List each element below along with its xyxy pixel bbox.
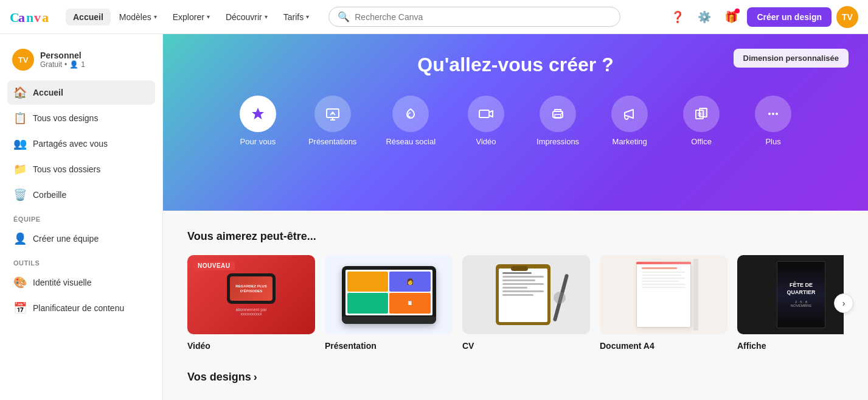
cards-row: NOUVEAU REGARDEZ PLUSD'ÉPISODES abonneme… — [187, 255, 844, 351]
hero-item-pour-vous[interactable]: Pour vous — [237, 96, 279, 146]
reseau-icon — [392, 96, 429, 132]
impressions-icon — [540, 96, 576, 132]
brand-icon: 🎨 — [13, 276, 27, 289]
sidebar: TV Personnel Gratuit • 👤 1 🏠 Accueil 📋 T… — [0, 34, 163, 400]
sidebar-item-designs[interactable]: 📋 Tous vos designs — [7, 106, 155, 130]
app-layout: TV Personnel Gratuit • 👤 1 🏠 Accueil 📋 T… — [0, 34, 868, 400]
impressions-label: Impressions — [536, 137, 579, 146]
svg-rect-15 — [700, 108, 707, 117]
sidebar-item-planner[interactable]: 📅 Planificateur de contenu — [7, 296, 155, 320]
reseau-label: Réseau social — [386, 137, 436, 146]
user-name: Personnel — [40, 51, 85, 60]
card-video-label: Vidéo — [187, 341, 210, 351]
sidebar-label-folders: Tous vos dossiers — [33, 164, 100, 174]
sidebar-item-trash[interactable]: 🗑️ Corbeille — [7, 183, 155, 207]
header-actions: ❓ ⚙️ 🎁 Créer un design TV — [667, 6, 858, 28]
card-video[interactable]: NOUVEAU REGARDEZ PLUSD'ÉPISODES abonneme… — [187, 255, 315, 351]
marketing-icon — [611, 96, 648, 132]
nav-accueil[interactable]: Accueil — [66, 9, 111, 26]
hero-item-presentations[interactable]: Présentations — [308, 96, 357, 146]
gift-notification-dot — [735, 9, 740, 13]
sidebar-item-brand[interactable]: 🎨 Identité visuelle — [7, 270, 155, 295]
hero-item-office[interactable]: Office — [680, 96, 723, 146]
hero-item-reseau[interactable]: Réseau social — [386, 96, 436, 146]
card-presentation-thumb: 👩 📋 — [325, 255, 453, 334]
plus-label: Plus — [765, 137, 780, 146]
help-button[interactable]: ❓ — [667, 6, 689, 28]
designs-icon: 📋 — [13, 111, 27, 125]
svg-point-19 — [772, 113, 774, 115]
card-affiche-thumb: FÊTE DEQUARTIER 2 · 5 · 8NOVEMBRE — [737, 255, 844, 334]
sidebar-item-shared[interactable]: 👥 Partagés avec vous — [7, 132, 155, 156]
sidebar-label-trash: Corbeille — [33, 190, 66, 200]
scroll-right-arrow[interactable]: › — [834, 293, 853, 313]
pour-vous-label: Pour vous — [240, 137, 276, 146]
svg-text:v: v — [34, 10, 41, 25]
svg-text:a: a — [42, 10, 49, 25]
sidebar-label-designs: Tous vos designs — [33, 113, 98, 123]
sidebar-label-shared: Partagés avec vous — [33, 139, 108, 149]
content-area: Vous aimerez peut-être... NOUVEAU REGARD… — [163, 211, 868, 400]
hero-item-marketing[interactable]: Marketing — [608, 96, 651, 146]
svg-text:n: n — [26, 10, 33, 25]
main-content: Qu'allez-vous créer ? Dimension personna… — [163, 34, 868, 400]
card-document-label: Document A4 — [600, 341, 654, 351]
sidebar-item-folders[interactable]: 📁 Tous vos dossiers — [7, 157, 155, 181]
card-affiche-label: Affiche — [737, 341, 766, 351]
shared-icon: 👥 — [13, 137, 27, 150]
card-affiche[interactable]: FÊTE DEQUARTIER 2 · 5 · 8NOVEMBRE Affich… — [737, 255, 844, 351]
nav-modeles[interactable]: Modèles▾ — [112, 9, 164, 26]
presentations-icon — [314, 96, 351, 132]
gift-button[interactable]: 🎁 — [720, 6, 742, 28]
sidebar-avatar[interactable]: TV — [12, 49, 34, 71]
create-design-button[interactable]: Créer un design — [747, 7, 832, 27]
main-nav: Accueil Modèles▾ Explorer▾ Découvrir▾ Ta… — [66, 9, 316, 26]
planner-icon: 📅 — [13, 301, 27, 315]
cards-section: NOUVEAU REGARDEZ PLUSD'ÉPISODES abonneme… — [187, 255, 844, 351]
section-outils: Outils — [7, 252, 155, 269]
my-designs-label: Vos designs — [187, 371, 251, 384]
svg-point-20 — [776, 113, 778, 115]
search-bar: 🔍 — [328, 7, 620, 27]
office-label: Office — [691, 137, 712, 146]
sidebar-label-planner: Planificateur de contenu — [33, 303, 124, 313]
folders-icon: 📁 — [13, 163, 27, 176]
card-video-thumb: NOUVEAU REGARDEZ PLUSD'ÉPISODES abonneme… — [187, 255, 315, 334]
search-input[interactable] — [355, 12, 611, 22]
user-avatar[interactable]: TV — [836, 6, 858, 28]
canva-logo[interactable]: C a n v a — [10, 9, 54, 26]
nav-decouvrir[interactable]: Découvrir▾ — [218, 9, 275, 26]
sidebar-item-accueil[interactable]: 🏠 Accueil — [7, 80, 155, 105]
plus-icon — [755, 96, 791, 132]
presentations-label: Présentations — [308, 137, 357, 146]
recommendations-title: Vous aimerez peut-être... — [187, 230, 844, 243]
user-plan: Gratuit • 👤 1 — [40, 60, 85, 69]
card-presentation[interactable]: 👩 📋 Présentation — [325, 255, 453, 351]
card-cv[interactable]: CV — [462, 255, 590, 351]
svg-rect-9 — [479, 110, 489, 118]
trash-icon: 🗑️ — [13, 188, 27, 202]
sidebar-item-create-team[interactable]: 👤 Créer une équipe — [7, 226, 155, 251]
new-badge: NOUVEAU — [193, 261, 235, 270]
sidebar-label-accueil: Accueil — [33, 88, 63, 97]
office-icon — [683, 96, 720, 132]
pour-vous-icon — [240, 96, 276, 132]
nav-explorer[interactable]: Explorer▾ — [165, 9, 217, 26]
nav-tarifs[interactable]: Tarifs▾ — [276, 9, 316, 26]
marketing-label: Marketing — [613, 137, 647, 146]
custom-dimension-button[interactable]: Dimension personnalisée — [734, 49, 849, 68]
settings-button[interactable]: ⚙️ — [693, 6, 715, 28]
my-designs-title[interactable]: Vos designs › — [187, 371, 844, 384]
home-icon: 🏠 — [13, 86, 27, 99]
card-document[interactable]: Document A4 — [600, 255, 727, 351]
sidebar-label-create-team: Créer une équipe — [33, 234, 99, 244]
card-cv-thumb — [462, 255, 590, 334]
hero-item-video[interactable]: Vidéo — [465, 96, 507, 146]
section-equipe: Équipe — [7, 208, 155, 225]
svg-text:a: a — [18, 10, 25, 25]
hero-item-impressions[interactable]: Impressions — [536, 96, 579, 146]
hero-item-plus[interactable]: Plus — [752, 96, 794, 146]
card-presentation-label: Présentation — [325, 341, 377, 351]
svg-point-18 — [768, 113, 771, 115]
svg-point-12 — [561, 113, 563, 114]
